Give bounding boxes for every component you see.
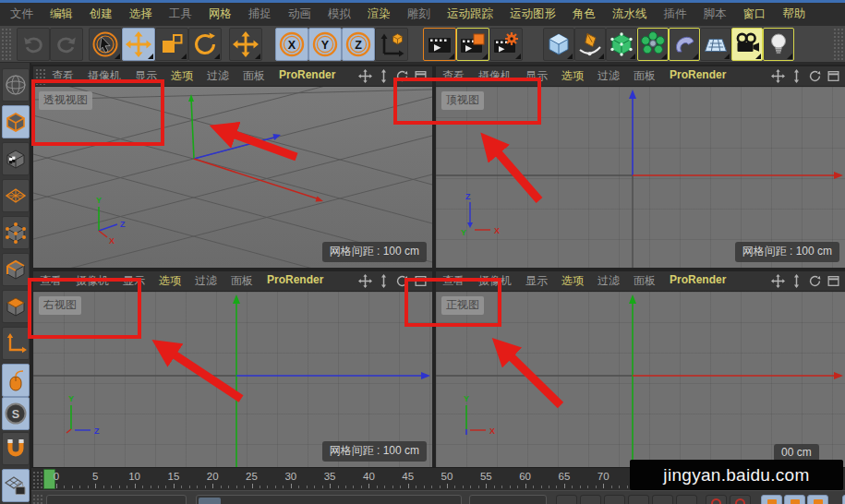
- snap-button[interactable]: [2, 432, 30, 465]
- viewport-menu-item-3[interactable]: 选项: [561, 273, 584, 289]
- pan-icon[interactable]: [358, 69, 372, 83]
- spline-pen-button[interactable]: [574, 28, 606, 61]
- lock-y-axis-button[interactable]: Y: [308, 28, 342, 61]
- menu-edit[interactable]: 编辑: [42, 6, 81, 22]
- live-selection-button[interactable]: [89, 28, 122, 61]
- viewport-menu-item-2[interactable]: 显示: [525, 68, 548, 84]
- menu-tools[interactable]: 工具: [161, 6, 200, 22]
- pan-icon[interactable]: [771, 274, 785, 288]
- texture-mode-button[interactable]: [2, 142, 30, 175]
- key-rotation-button[interactable]: [807, 495, 828, 504]
- rotate-view-icon[interactable]: [395, 69, 409, 83]
- viewport-menu-item-4[interactable]: 过滤: [207, 68, 229, 84]
- scale-tool-button[interactable]: [155, 28, 188, 61]
- menu-snap[interactable]: 捕捉: [240, 6, 280, 22]
- rotate-view-icon[interactable]: [395, 274, 409, 288]
- viewport-menu-item-0[interactable]: 查看: [442, 68, 465, 84]
- menu-window[interactable]: 窗口: [735, 6, 775, 22]
- enable-axis-button[interactable]: [2, 327, 30, 360]
- last-tool-move-button[interactable]: [229, 28, 262, 61]
- autokey-button[interactable]: [730, 495, 751, 504]
- rotate-tool-button[interactable]: [188, 28, 222, 61]
- menu-render[interactable]: 渲染: [359, 6, 399, 22]
- menu-animate[interactable]: 动画: [280, 6, 320, 22]
- viewport-menu-item-1[interactable]: 摄像机: [76, 273, 109, 289]
- environment-floor-button[interactable]: [700, 28, 731, 61]
- goto-end-button[interactable]: [676, 495, 697, 504]
- menu-file[interactable]: 文件: [2, 6, 42, 22]
- frame-end-field[interactable]: [469, 495, 547, 504]
- viewport-menu-item-3[interactable]: 选项: [561, 68, 584, 84]
- toggle-view-icon[interactable]: [414, 274, 428, 288]
- viewport-menu-item-1[interactable]: 摄像机: [478, 273, 512, 289]
- toggle-view-icon[interactable]: [827, 69, 840, 83]
- rotate-view-icon[interactable]: [808, 69, 822, 83]
- rotate-view-icon[interactable]: [808, 274, 822, 288]
- viewport-top-canvas[interactable]: Z Y X 顶视图 网格间距 : 100 cm: [436, 87, 845, 268]
- viewport-menu-item-4[interactable]: 过滤: [598, 273, 620, 289]
- menu-script[interactable]: 脚本: [695, 6, 735, 22]
- edges-mode-button[interactable]: [2, 253, 30, 286]
- mograph-cloner-button[interactable]: [637, 28, 669, 61]
- polygons-mode-button[interactable]: [2, 290, 30, 323]
- menu-motion-tracker[interactable]: 运动跟踪: [439, 6, 501, 22]
- viewport-menu-item-4[interactable]: 过滤: [195, 273, 217, 289]
- pan-icon[interactable]: [358, 274, 372, 288]
- animation-toolbar-grip[interactable]: [32, 494, 42, 504]
- previous-key-button[interactable]: [580, 495, 601, 504]
- range-slider-handle[interactable]: [199, 498, 221, 504]
- viewport-menu-item-2[interactable]: 显示: [135, 68, 157, 84]
- viewport-menu-item-6[interactable]: ProRender: [670, 273, 726, 289]
- viewport-menu-item-3[interactable]: 选项: [171, 68, 193, 84]
- toolbar-grip[interactable]: [1, 28, 12, 61]
- menu-plugins[interactable]: 插件: [656, 6, 695, 22]
- record-button[interactable]: [706, 495, 727, 504]
- viewport-menu-item-4[interactable]: 过滤: [598, 68, 620, 84]
- model-mode-button[interactable]: [2, 105, 30, 138]
- key-position-button[interactable]: [761, 495, 782, 504]
- viewport-menu-item-6[interactable]: ProRender: [279, 68, 335, 84]
- toggle-view-icon[interactable]: [414, 69, 428, 83]
- workplane-mode-button[interactable]: [2, 179, 30, 212]
- solo-mode-button[interactable]: S: [2, 397, 30, 430]
- camera-button[interactable]: [731, 28, 763, 61]
- next-frame-button[interactable]: [652, 495, 673, 504]
- viewport-header-grip[interactable]: [35, 68, 47, 85]
- frame-start-field[interactable]: [46, 495, 187, 504]
- viewport-menu-item-3[interactable]: 选项: [159, 273, 181, 289]
- viewport-menu-item-2[interactable]: 显示: [123, 273, 145, 289]
- viewport-menu-item-6[interactable]: ProRender: [267, 273, 323, 289]
- undo-button[interactable]: [17, 28, 50, 61]
- menu-character[interactable]: 角色: [564, 6, 604, 22]
- lock-x-axis-button[interactable]: X: [275, 28, 308, 61]
- lock-z-axis-button[interactable]: Z: [342, 28, 375, 61]
- viewport-perspective-canvas[interactable]: Y Z X 透视视图 网格间距 : 100 cm: [33, 87, 432, 268]
- menu-select[interactable]: 选择: [121, 6, 161, 22]
- viewport-menu-item-1[interactable]: 摄像机: [478, 68, 512, 84]
- viewport-menu-item-0[interactable]: 查看: [442, 273, 465, 289]
- menu-mesh[interactable]: 网格: [200, 6, 240, 22]
- menu-sculpt[interactable]: 雕刻: [399, 6, 439, 22]
- viewport-front-canvas[interactable]: Y X 正视图 00 cm: [436, 292, 845, 467]
- workplane-lock-button[interactable]: [2, 469, 30, 502]
- menu-simulate[interactable]: 模拟: [320, 6, 359, 22]
- viewport-right-canvas[interactable]: Y Z 右视图 网格间距 : 100 cm: [33, 292, 432, 467]
- viewport-menu-item-5[interactable]: 面板: [634, 68, 656, 84]
- viewport-menu-item-5[interactable]: 面板: [243, 68, 265, 84]
- render-view-button[interactable]: [423, 28, 456, 61]
- render-picture-viewer-button[interactable]: [456, 28, 489, 61]
- dolly-icon[interactable]: [377, 69, 391, 83]
- dolly-icon[interactable]: [790, 274, 803, 288]
- coordinate-system-button[interactable]: [375, 28, 408, 61]
- subdivision-surface-button[interactable]: [606, 28, 637, 61]
- menu-pipeline[interactable]: 流水线: [604, 6, 656, 22]
- dolly-icon[interactable]: [790, 69, 803, 83]
- tweak-mode-button[interactable]: [2, 364, 30, 397]
- toolbar-grip-right[interactable]: [833, 28, 844, 61]
- add-cube-button[interactable]: [543, 28, 574, 61]
- timeline-range-slider[interactable]: [196, 495, 462, 504]
- timeline-grip[interactable]: [32, 471, 42, 488]
- light-button[interactable]: [763, 28, 794, 61]
- redo-button[interactable]: [50, 28, 83, 61]
- key-scale-button[interactable]: [784, 495, 805, 504]
